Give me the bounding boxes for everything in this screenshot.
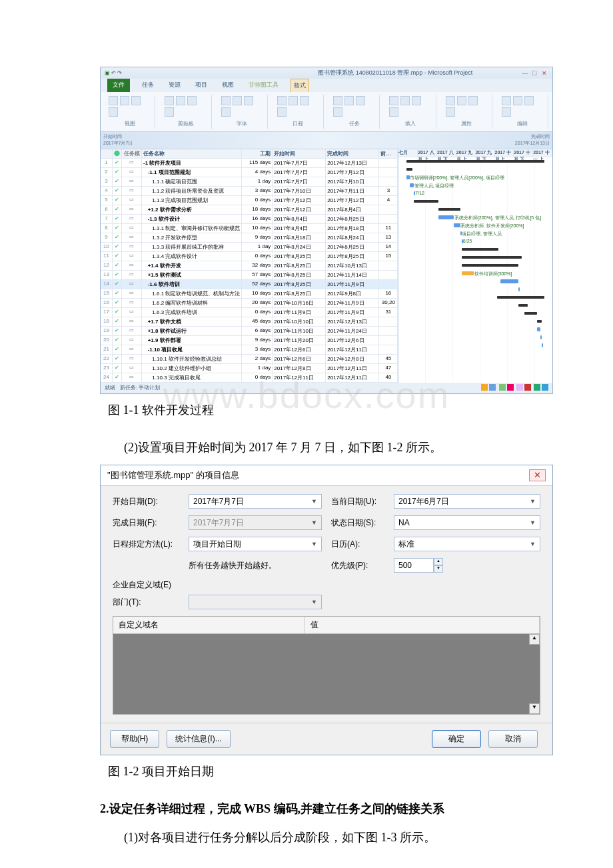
gantt-bar[interactable] (414, 200, 438, 203)
gantt-bar[interactable]: 8/25 (462, 239, 463, 243)
gantt-bar[interactable] (542, 343, 543, 347)
task-row[interactable]: 10✔⇨ 1.3.3 获得开展后续工作的批准1 day2017年8月24日201… (101, 243, 398, 252)
tab-file[interactable]: 文件 (107, 79, 130, 92)
ribbon-button-icon[interactable] (244, 96, 253, 105)
status-view-icons[interactable] (480, 384, 548, 392)
task-row[interactable]: 4✔⇨ 1.1.2 获得项目所需资金及资源3 days2017年7月10日201… (101, 187, 398, 196)
task-name-cell[interactable]: -1.3 软件设计 (142, 215, 242, 223)
task-name-cell[interactable]: +1.5 软件测试 (142, 271, 242, 279)
ribbon-button-icon[interactable] (446, 107, 455, 117)
task-name-cell[interactable]: +1.8 软件试运行 (142, 327, 242, 335)
task-row[interactable]: 20✔⇨ +1.9 软件部署9 days2017年11月20日2017年12月6… (101, 336, 398, 345)
gantt-bar[interactable] (462, 248, 498, 251)
ribbon-button-icon[interactable] (333, 96, 342, 105)
gantt-bar[interactable]: 系统分析师[200%], 管理人员, 打印机[5 包] (438, 215, 454, 219)
scroll-down-icon[interactable]: ▼ (529, 703, 540, 714)
task-name-cell[interactable]: 1.3.3 获得开展后续工作的批准 (142, 243, 242, 251)
tab-format[interactable]: 格式 (291, 79, 309, 92)
ribbon-button-icon[interactable] (131, 96, 141, 105)
task-name-cell[interactable]: 1.6.1 制定软件培训规范、机制与方法 (142, 289, 242, 298)
custom-fields-table[interactable]: 自定义域名 值 ▲ ▼ (113, 616, 540, 715)
task-row[interactable]: 24✔⇨ 1.10.3 完成项目收尾0 days2017年12月11日2017年… (101, 373, 398, 383)
task-name-cell[interactable]: 1.3.4 完成软件设计 (142, 252, 242, 261)
ribbon-button-icon[interactable] (344, 96, 354, 105)
custom-fields-body[interactable]: ▲ ▼ (113, 634, 540, 714)
gantt-bar[interactable] (518, 304, 528, 307)
gantt-bar[interactable]: 管理人员, 项目经理 (410, 183, 414, 187)
gantt-bar[interactable] (500, 279, 519, 283)
tab-view[interactable]: 视图 (219, 79, 237, 92)
ribbon-button-icon[interactable] (524, 96, 534, 105)
ribbon-button-icon[interactable] (502, 96, 511, 105)
task-row[interactable]: 19✔⇨ +1.8 软件试运行6 days2017年11月10日2017年11月… (101, 327, 398, 336)
task-row[interactable]: 5✔⇨ 1.1.3 完成项目范围规划0 days2017年7月12日2017年7… (101, 196, 398, 205)
task-name-cell[interactable]: -1.6 软件培训 (142, 280, 242, 289)
task-name-cell[interactable]: 1.10.2 建立软件维护小组 (142, 364, 242, 373)
ribbon-button-icon[interactable] (176, 96, 185, 105)
task-name-cell[interactable]: +1.7 软件文档 (142, 317, 242, 326)
task-name-cell[interactable]: 1.1.2 获得项目所需资金及资源 (142, 187, 242, 195)
task-name-cell[interactable]: 1.1.3 完成项目范围规划 (142, 196, 242, 205)
gantt-bar[interactable]: 市场调研师[200%], 管理人员[200%], 项目经理 (406, 175, 410, 179)
task-row[interactable]: 2✔⇨ -1.1 项目范围规划4 days2017年7月7日2017年7月12日 (101, 168, 398, 177)
qat-redo-icon[interactable]: ↷ (117, 70, 122, 76)
dialog-close-button[interactable]: ✕ (529, 469, 546, 481)
spin-down-icon[interactable]: ▼ (434, 565, 443, 573)
status-date-combo[interactable]: NA▼ (394, 515, 540, 530)
minimize-button[interactable]: — (521, 70, 529, 77)
quick-access-icon[interactable]: ▣ (105, 70, 110, 76)
gantt-bar[interactable] (524, 312, 536, 315)
task-row[interactable]: 16✔⇨ 1.6.2 编写软件培训材料20 days2017年10月16日201… (101, 299, 398, 308)
ribbon-button-icon[interactable] (221, 96, 231, 105)
task-name-cell[interactable]: 1.10.1 软件开发经验教训总结 (142, 355, 242, 363)
ribbon-button-icon[interactable] (109, 96, 118, 105)
task-row[interactable]: 17✔⇨ 1.6.3 完成软件培训0 days2017年11月9日2017年11… (101, 308, 398, 317)
close-button[interactable]: ✕ (540, 70, 548, 77)
ribbon-button-icon[interactable] (289, 96, 298, 105)
task-grid[interactable]: ⬤ 任务模 任务名称 工期 开始时间 完成时间 前置任务 1✔⇨-1 软件开发项… (101, 149, 398, 383)
qat-undo-icon[interactable]: ↶ (111, 70, 116, 76)
task-row[interactable]: 15✔⇨ 1.6.1 制定软件培训规范、机制与方法10 days2017年8月2… (101, 289, 398, 299)
ribbon-button-icon[interactable] (277, 107, 287, 117)
ribbon-button-icon[interactable] (109, 107, 118, 117)
gantt-bar[interactable] (406, 160, 545, 163)
task-row[interactable]: 8✔⇨ 1.3.1 制定、审阅并修订软件功能规范10 days2017年8月4日… (101, 224, 398, 233)
ribbon-button-icon[interactable] (300, 96, 309, 105)
ribbon-button-icon[interactable] (468, 96, 478, 105)
gantt-bar[interactable] (540, 335, 542, 339)
tab-task[interactable]: 任务 (139, 79, 157, 92)
ribbon-button-icon[interactable] (389, 96, 398, 105)
tab-project[interactable]: 项目 (193, 79, 210, 92)
maximize-button[interactable]: ☐ (530, 70, 538, 77)
ribbon-button-icon[interactable] (120, 96, 129, 105)
schedule-from-combo[interactable]: 项目开始日期▼ (189, 537, 322, 551)
task-row[interactable]: 12✔⇨ +1.4 软件开发32 days2017年8月25日2017年10月1… (101, 261, 398, 271)
gantt-bar[interactable]: 项目经理, 管理人员 (460, 231, 462, 235)
scroll-up-icon[interactable]: ▲ (529, 634, 540, 645)
statistics-button[interactable]: 统计信息(I)... (167, 730, 230, 748)
start-date-combo[interactable]: 2017年7月7日▼ (189, 494, 322, 509)
ribbon-button-icon[interactable] (333, 107, 342, 117)
task-name-cell[interactable]: 1.6.3 完成软件培训 (142, 308, 242, 317)
gantt-bar[interactable] (518, 287, 520, 291)
task-row[interactable]: 18✔⇨ +1.7 软件文档45 days2017年10月10日2017年12月… (101, 317, 398, 327)
gantt-bar[interactable]: 7/12 (414, 191, 415, 195)
current-date-combo[interactable]: 2017年6月7日▼ (394, 494, 540, 509)
task-name-cell[interactable]: 1.3.1 制定、审阅并修订软件功能规范 (142, 224, 242, 233)
task-name-cell[interactable]: -1.10 项目收尾 (142, 345, 242, 354)
ribbon-button-icon[interactable] (412, 96, 421, 105)
task-name-cell[interactable]: 1.3.2 开发软件原型 (142, 233, 242, 242)
task-name-cell[interactable]: +1.4 软件开发 (142, 261, 242, 270)
task-name-cell[interactable]: -1.1 项目范围规划 (142, 168, 242, 177)
task-name-cell[interactable]: 1.10.3 完成项目收尾 (142, 373, 242, 382)
task-name-cell[interactable]: 1.1.1 确定项目范围 (142, 177, 242, 186)
ribbon-button-icon[interactable] (221, 107, 231, 117)
ribbon-button-icon[interactable] (502, 107, 511, 117)
task-row[interactable]: 9✔⇨ 1.3.2 开发软件原型9 days2017年8月18日2017年8月2… (101, 233, 398, 243)
calendar-combo[interactable]: 标准▼ (394, 537, 540, 551)
ribbon-button-icon[interactable] (356, 96, 365, 105)
gantt-bar[interactable] (537, 327, 540, 331)
task-row[interactable]: 11✔⇨ 1.3.4 完成软件设计0 days2017年8月25日2017年8月… (101, 252, 398, 261)
gantt-chart[interactable]: 七月2017 八月 上2017 八月 下2017 九月 上2017 九月 下20… (398, 149, 552, 383)
ribbon-button-icon[interactable] (233, 96, 242, 105)
